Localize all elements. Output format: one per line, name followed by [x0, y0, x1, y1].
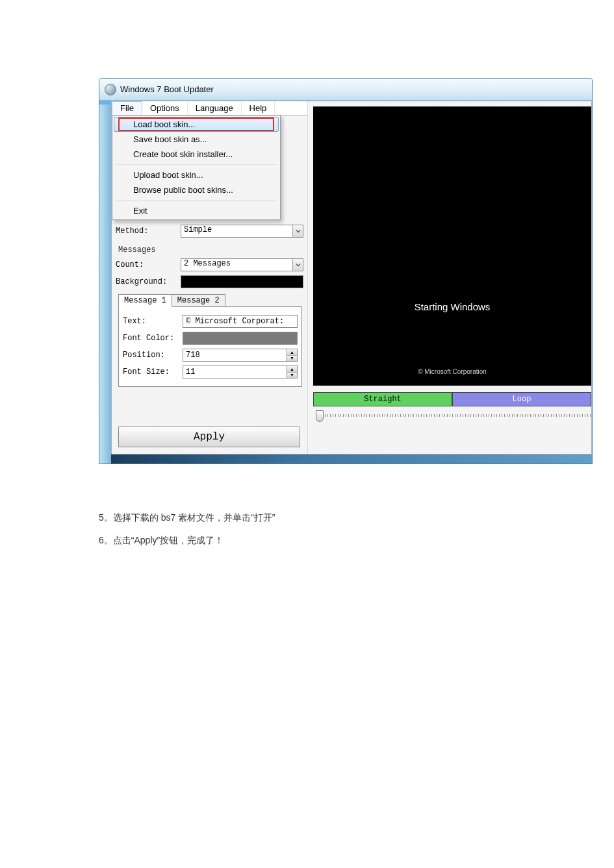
count-label: Count: [116, 260, 181, 269]
app-window: Windows 7 Boot Updater File Options Lang… [99, 78, 593, 464]
tab-message-2[interactable]: Message 2 [172, 294, 225, 307]
fontcolor-label: Font Color: [123, 334, 183, 343]
step-5-b: bs7 [161, 512, 176, 523]
glass-border-left [99, 105, 111, 464]
method-label: Method: [116, 227, 181, 236]
fontsize-spinner[interactable]: ▲ ▼ [287, 366, 298, 378]
window-body: File Options Language Help Load boot ski… [111, 101, 592, 454]
app-icon [105, 84, 116, 95]
apply-button[interactable]: Apply [118, 427, 300, 447]
menu-help[interactable]: Help [242, 101, 275, 115]
spin-down-icon[interactable]: ▼ [287, 372, 297, 378]
file-menu-separator-2 [116, 200, 276, 201]
menu-options[interactable]: Options [142, 101, 188, 115]
file-menu-load-boot-skin[interactable]: Load boot skin... [114, 117, 279, 132]
taskbar-strip [111, 454, 592, 464]
count-combo[interactable]: 2 Messages [181, 258, 303, 271]
chevron-down-icon [292, 259, 303, 271]
menu-file[interactable]: File [112, 101, 142, 115]
messages-group-label: Messages [118, 245, 303, 254]
message-panel: Text: Font Color: Position: [118, 306, 302, 387]
spin-down-icon[interactable]: ▼ [287, 355, 297, 362]
seek-slider[interactable] [313, 409, 591, 423]
apply-label: Apply [194, 431, 225, 443]
chevron-down-icon [292, 225, 303, 237]
mode-strip: Straight Loop [313, 392, 591, 406]
background-color-picker[interactable] [181, 275, 303, 288]
preview-copyright-text: © Microsoft Corporation [313, 368, 591, 375]
file-menu-browse-public[interactable]: Browse public boot skins... [114, 182, 279, 197]
boot-preview: Starting Windows © Microsoft Corporation [313, 106, 591, 386]
step-6-b: Apply [134, 535, 157, 545]
titlebar[interactable]: Windows 7 Boot Updater [99, 79, 592, 101]
loop-label: Loop [513, 395, 531, 404]
method-combo[interactable]: Simple [181, 225, 303, 238]
background-label: Background: [116, 277, 181, 286]
window-title: Windows 7 Boot Updater [120, 84, 214, 94]
step-6-c: ”按钮，完成了！ [157, 535, 224, 545]
tab-message-1[interactable]: Message 1 [118, 294, 172, 307]
step-6-num: 6。 [99, 535, 113, 545]
loop-button[interactable]: Loop [452, 392, 591, 406]
menu-language[interactable]: Language [188, 101, 242, 115]
step-5-a: 选择下载的 [113, 512, 161, 523]
straight-label: Straight [364, 395, 402, 404]
fontsize-label: Font Size: [123, 367, 183, 377]
message-tabs: Message 1 Message 2 [118, 293, 303, 306]
spin-up-icon[interactable]: ▲ [287, 366, 297, 372]
preview-starting-text: Starting Windows [313, 301, 591, 312]
file-menu-exit[interactable]: Exit [114, 203, 279, 218]
file-menu-upload-boot-skin[interactable]: Upload boot skin... [114, 167, 279, 182]
slider-thumb[interactable] [316, 410, 324, 422]
file-menu-create-installer[interactable]: Create boot skin installer... [114, 147, 279, 162]
position-input[interactable] [183, 349, 287, 362]
step-6: 6。点击“Apply”按钮，完成了！ [99, 532, 593, 549]
fontcolor-picker[interactable] [183, 332, 298, 345]
step-5-num: 5。 [99, 512, 113, 523]
position-label: Position: [123, 351, 183, 360]
count-value: 2 Messages [184, 259, 231, 268]
method-value: Simple [184, 225, 212, 234]
left-panel: File Options Language Help Load boot ski… [112, 101, 308, 454]
file-menu-separator-1 [116, 164, 276, 165]
step-5: 5。选择下载的 bs7 素材文件，并单击“打开” [99, 509, 593, 527]
menubar: File Options Language Help [112, 101, 307, 116]
straight-button[interactable]: Straight [313, 392, 452, 406]
text-input[interactable] [183, 315, 298, 328]
file-menu-save-boot-skin-as[interactable]: Save boot skin as... [114, 132, 279, 147]
right-panel: Starting Windows © Microsoft Corporation… [308, 101, 591, 454]
slider-track [325, 414, 591, 417]
step-6-a: 点击“ [113, 535, 134, 545]
fontsize-input[interactable] [183, 366, 287, 378]
article-text: 5。选择下载的 bs7 素材文件，并单击“打开” 6。点击“Apply”按钮，完… [99, 504, 593, 554]
step-5-c: 素材文件，并单击“打开” [175, 512, 275, 523]
file-menu-dropdown: Load boot skin... Save boot skin as... C… [112, 115, 281, 220]
position-spinner[interactable]: ▲ ▼ [287, 349, 298, 362]
text-label: Text: [123, 317, 183, 326]
spin-up-icon[interactable]: ▲ [287, 349, 297, 355]
